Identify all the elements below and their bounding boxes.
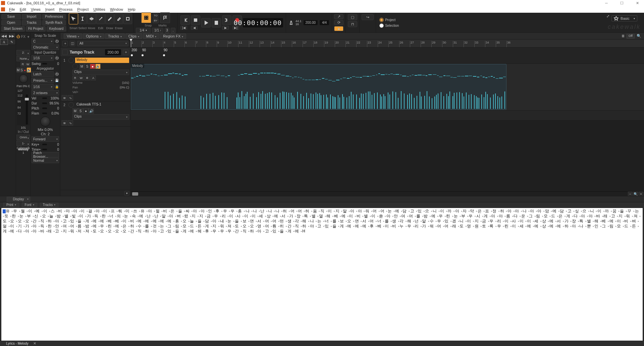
snap-by[interactable]: BY: [153, 18, 159, 23]
tool-Draw[interactable]: [105, 13, 114, 24]
tab-close[interactable]: ✕: [33, 341, 36, 346]
t2-lane[interactable]: ∿: [68, 120, 73, 126]
t1-w[interactable]: W: [78, 76, 84, 80]
zoom-fit[interactable]: 🔍: [633, 192, 638, 196]
options-drop[interactable]: Options▾: [83, 33, 104, 39]
direction-drop[interactable]: Forward▾: [32, 136, 59, 142]
track-filter-drop[interactable]: All▾: [77, 41, 128, 46]
swing-slider[interactable]: Swing0: [32, 61, 59, 66]
root-note-drop[interactable]: C▾: [32, 39, 54, 44]
punch-button[interactable]: ⊓: [348, 21, 357, 27]
flam-slider[interactable]: Flam0.0%: [32, 111, 59, 116]
step-fwd[interactable]: ▶: [222, 26, 229, 30]
global-tempo[interactable]: 200.00: [304, 20, 318, 25]
tool-Select[interactable]: [78, 13, 87, 24]
add-track-button[interactable]: ＋: [62, 41, 68, 46]
track-2[interactable]: 2 Cakewalk TTS-1 M S ● 🔊 Clips▾ ≋ ∿: [60, 101, 130, 127]
t2-monitor[interactable]: 🔊: [89, 108, 94, 114]
marks-button[interactable]: [160, 12, 170, 23]
snap-toggle[interactable]: [141, 12, 151, 23]
dur-slider[interactable]: Dur99.5%: [32, 101, 59, 106]
snap-value-drop[interactable]: 1/4▾: [136, 28, 151, 33]
maximize-button[interactable]: ☐: [615, 0, 629, 6]
save-button[interactable]: Save: [1, 14, 21, 19]
color-icon[interactable]: [72, 64, 78, 69]
fitproject-button[interactable]: Fit Project: [26, 26, 46, 31]
omni-drop[interactable]: Omni▾: [16, 135, 30, 140]
menu-utilities[interactable]: Utilities: [91, 7, 107, 12]
goto-start[interactable]: |◀: [180, 26, 187, 30]
snap2-dot[interactable]: .: [171, 28, 175, 33]
tempo-value[interactable]: 200.00: [105, 49, 121, 55]
arm-button[interactable]: ●: [23, 67, 26, 73]
arp-lock[interactable]: 🔒: [54, 84, 59, 89]
layers-off[interactable]: Off: [627, 34, 635, 39]
monitor-button[interactable]: 🔊: [26, 67, 31, 73]
preferences-button[interactable]: Preferences: [42, 14, 66, 19]
loop-b[interactable]: ⟳: [334, 20, 343, 25]
menu-window[interactable]: Window: [108, 7, 125, 12]
metronome-icon[interactable]: [289, 20, 293, 25]
workspace-dropdown[interactable]: Basic▾: [611, 15, 637, 21]
fx-add-icon[interactable]: ＋: [26, 34, 30, 39]
expand-icon[interactable]: ⤢: [606, 14, 609, 21]
tab-lyrics[interactable]: Lyrics - Melody: [3, 342, 31, 345]
close-button[interactable]: ✕: [631, 0, 644, 6]
arp-rate-drop[interactable]: 1/16▾: [32, 84, 54, 89]
track-2-lane[interactable]: [131, 111, 644, 121]
track-1-name[interactable]: Melody: [75, 58, 129, 63]
views-drop[interactable]: Views▾: [64, 33, 82, 39]
stop-button[interactable]: [191, 15, 200, 25]
scale-drop[interactable]: Chromatic▾: [32, 45, 59, 50]
pan-knob[interactable]: [19, 74, 28, 83]
menu-insert[interactable]: Insert: [43, 7, 57, 12]
t1-automation[interactable]: ≋: [62, 95, 67, 100]
tool-Move[interactable]: [87, 13, 96, 24]
lyrics-print-drop[interactable]: Print▾: [3, 203, 19, 207]
regionfx-drop[interactable]: Region FX▾: [160, 33, 186, 39]
add-folder-button[interactable]: ◫: [70, 41, 75, 46]
radio-selection[interactable]: Selection: [379, 23, 399, 28]
menu-project[interactable]: Project: [75, 7, 91, 12]
tracks-drop[interactable]: Tracks▾: [105, 33, 125, 39]
st-a[interactable]: A: [0, 39, 8, 45]
tool-Erase[interactable]: [114, 13, 123, 24]
tracks-button[interactable]: Tracks: [22, 20, 41, 25]
step-back[interactable]: ◀: [191, 26, 198, 30]
output-drop[interactable]: 1-Cakewalk▾: [16, 141, 30, 146]
timecode-display[interactable]: 00:00:00:00: [243, 18, 283, 27]
tool-Smart[interactable]: [69, 13, 78, 24]
play-button[interactable]: [201, 18, 211, 27]
presets-save[interactable]: 💾: [54, 78, 59, 83]
snap-to[interactable]: TO: [153, 13, 159, 18]
t1-solo[interactable]: S: [85, 64, 90, 69]
minimize-button[interactable]: ─: [600, 0, 613, 6]
hscroll-thumb[interactable]: [132, 192, 138, 196]
pitch-slider[interactable]: Pitch0: [32, 106, 59, 111]
st-pen[interactable]: ✎: [8, 39, 16, 45]
track-2-name[interactable]: Cakewalk TTS-1: [75, 102, 129, 108]
tool-custom[interactable]: [123, 13, 132, 24]
melody-clip[interactable]: [131, 64, 506, 110]
screenset-button[interactable]: ▢: [348, 14, 357, 20]
keyplus-slider[interactable]: Key+0: [32, 142, 59, 147]
layers-icon[interactable]: ≣: [622, 34, 625, 38]
snap2-opt[interactable]: 3: [165, 28, 169, 33]
t1-r[interactable]: R: [72, 76, 78, 80]
pause-button[interactable]: [212, 18, 221, 27]
import-button[interactable]: Import: [22, 14, 41, 19]
menu-process[interactable]: Process: [57, 7, 74, 12]
mute-button[interactable]: M: [16, 67, 20, 73]
quant-power[interactable]: ⏻: [54, 56, 59, 60]
tempo-node[interactable]: [142, 54, 144, 56]
t1-pan-val[interactable]: (0% C): [120, 86, 129, 89]
tempo-add[interactable]: ＋: [123, 50, 128, 55]
lyrics-editor[interactable]: 유 -우 -월 -이 -예 -이 -스 -비 -마 -아 -이 -걸 -아 -이…: [0, 208, 644, 341]
st-prev[interactable]: ◀◀: [0, 33, 8, 39]
tempo-node[interactable]: [131, 54, 133, 56]
input-drop[interactable]: 2: Cakewalk▾: [16, 50, 30, 55]
presets-drop[interactable]: Presets...▾: [32, 78, 54, 83]
radio-project[interactable]: Project: [379, 18, 399, 22]
tempo-node[interactable]: [163, 54, 165, 56]
t2-clips-drop[interactable]: Clips▾: [72, 114, 129, 120]
